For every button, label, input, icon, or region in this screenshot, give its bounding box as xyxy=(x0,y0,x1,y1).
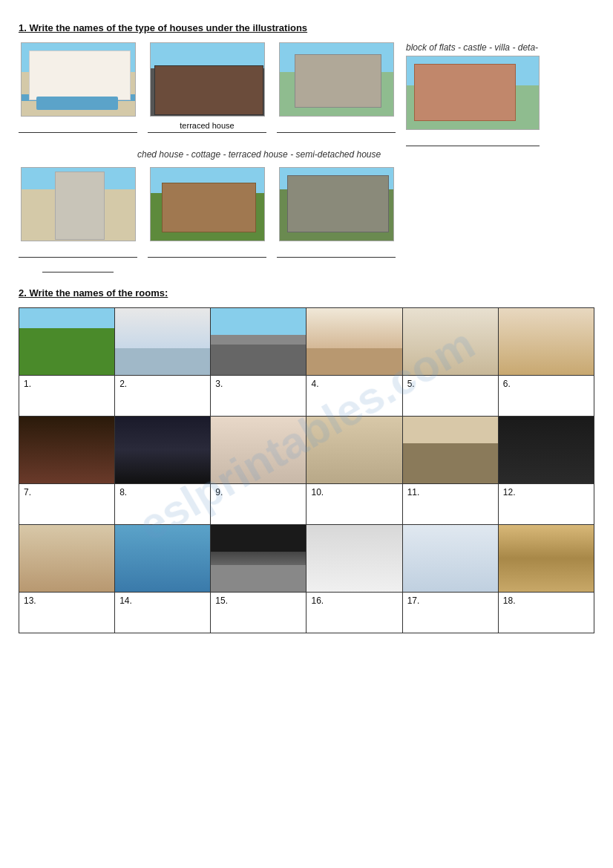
room-label-balcony[interactable]: 3. xyxy=(211,376,306,417)
house-block xyxy=(19,167,137,273)
terraced-answer[interactable]: terraced house xyxy=(148,120,266,133)
room-label-bathroom[interactable]: 2. xyxy=(115,376,211,417)
detached-image xyxy=(279,42,394,117)
block-answer2[interactable] xyxy=(42,259,114,273)
room-img-balcony xyxy=(211,308,306,376)
room-label-living[interactable]: 6. xyxy=(498,376,594,417)
room-label-kitchen[interactable]: 4. xyxy=(306,376,402,417)
castle-answer[interactable] xyxy=(406,133,540,146)
room-img-dining xyxy=(402,308,498,376)
castle-image xyxy=(406,56,540,130)
word-bank-line2: ched house - cottage - terraced house - … xyxy=(137,149,594,160)
villa-image xyxy=(21,42,136,117)
room-img-hall xyxy=(306,417,402,484)
block-image xyxy=(21,167,136,241)
house-semi xyxy=(277,167,396,258)
room-label-attic[interactable]: 18. xyxy=(498,593,594,633)
room-img-dressing xyxy=(211,417,306,484)
semi-answer[interactable] xyxy=(277,244,396,258)
section-1: 1. Write the names of the type of houses… xyxy=(19,22,594,273)
villa-answer[interactable] xyxy=(19,120,137,133)
room-label-utility[interactable]: 8. xyxy=(115,484,211,525)
detached-answer[interactable] xyxy=(277,120,396,133)
house-detached xyxy=(277,42,396,133)
cottage-image xyxy=(150,167,265,241)
house-terraced: terraced house xyxy=(148,42,266,133)
room-label-dressing[interactable]: 9. xyxy=(211,484,306,525)
room-img-cellar xyxy=(498,417,594,484)
cottage-answer[interactable] xyxy=(148,244,266,258)
room-img-utility xyxy=(115,417,211,484)
section1-title: 1. Write the names of the type of houses… xyxy=(19,22,594,33)
rooms-table: 1.2.3.4.5.6.7.8.9.10.11.12.13.14.15.16.1… xyxy=(19,307,594,633)
room-label-stairs[interactable]: 15. xyxy=(211,593,306,633)
room-img-toilet xyxy=(306,525,402,593)
room-label-dining[interactable]: 5. xyxy=(402,376,498,417)
room-img-living xyxy=(498,308,594,376)
block-answer1[interactable] xyxy=(19,244,137,258)
house-cottage xyxy=(148,167,266,258)
terraced-image xyxy=(150,42,265,117)
room-label-bedroom[interactable]: 7. xyxy=(19,484,115,525)
room-img-kitchen xyxy=(306,308,402,376)
word-bank-line1: block of flats - castle - villa - deta- xyxy=(406,42,594,53)
room-label-laundry[interactable]: 17. xyxy=(402,593,498,633)
room-label-garden[interactable]: 1. xyxy=(19,376,115,417)
room-label-cellar[interactable]: 12. xyxy=(498,484,594,525)
room-img-study xyxy=(19,525,115,593)
section2-title: 2. Write the names of the rooms: xyxy=(19,287,594,298)
room-label-hall[interactable]: 10. xyxy=(306,484,402,525)
room-img-pool xyxy=(115,525,211,593)
room-img-bathroom xyxy=(115,308,211,376)
room-img-bedroom xyxy=(19,417,115,484)
house-villa xyxy=(19,42,137,133)
room-img-attic xyxy=(498,525,594,593)
room-img-garage xyxy=(402,417,498,484)
room-label-pool[interactable]: 14. xyxy=(115,593,211,633)
semi-image xyxy=(279,167,394,241)
room-label-study[interactable]: 13. xyxy=(19,593,115,633)
section-2: 2. Write the names of the rooms: 1.2.3.4… xyxy=(19,287,594,633)
room-label-garage[interactable]: 11. xyxy=(402,484,498,525)
room-img-laundry xyxy=(402,525,498,593)
room-label-toilet[interactable]: 16. xyxy=(306,593,402,633)
room-img-stairs xyxy=(211,525,306,593)
room-img-garden xyxy=(19,308,115,376)
